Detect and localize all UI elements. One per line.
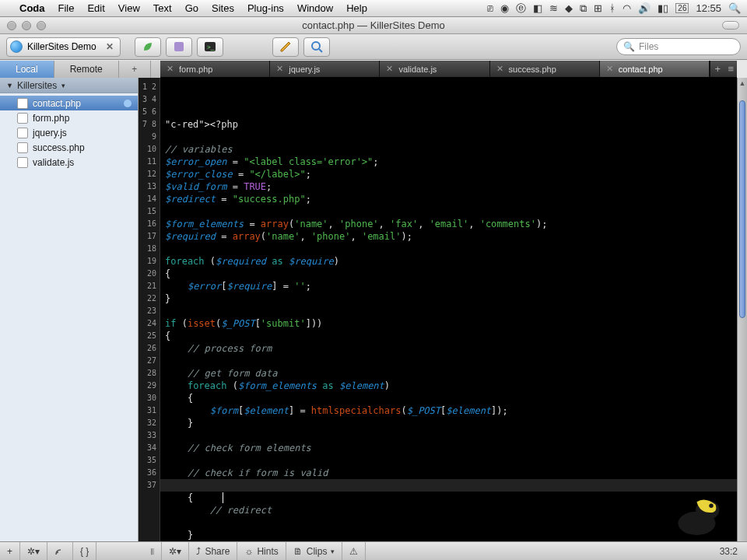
toolbar-toggle-button[interactable] xyxy=(722,21,739,30)
menu-plugins[interactable]: Plug-ins xyxy=(247,2,284,14)
add-button[interactable]: + xyxy=(0,542,20,561)
menu-go[interactable]: Go xyxy=(185,2,198,14)
scroll-up-icon[interactable]: ▲ xyxy=(738,78,747,89)
share-label: Share xyxy=(205,546,230,557)
mode-terminal-button[interactable]: >_ xyxy=(197,37,223,57)
status-bar: + ✲▾ { } ⫴ ✲▾ ⤴Share ☼Hints 🗎Clips▾ ⚠ 33… xyxy=(0,541,747,560)
menu-file[interactable]: File xyxy=(58,2,75,14)
clips-label: Clips xyxy=(307,546,328,557)
sidebar-root[interactable]: ▼ Killersites ▾ xyxy=(0,78,138,93)
symbol-button[interactable]: { } xyxy=(73,542,96,561)
macos-menubar: Coda File Edit View Text Go Sites Plug-i… xyxy=(0,0,747,17)
clock[interactable]: 12:55 xyxy=(696,2,721,14)
clips-button[interactable]: 🗎Clips▾ xyxy=(286,542,343,561)
menubar-status-area: ⎚ ◉ ⓔ ◧ ≋ ◆ ⧉ ⊞ ᚼ ◠ 🔊 ▮▯ 26 12:55 🔍 xyxy=(487,2,741,16)
status-icon[interactable]: ◆ xyxy=(565,2,573,14)
menu-edit[interactable]: Edit xyxy=(87,2,104,14)
menu-window[interactable]: Window xyxy=(297,2,333,14)
status-icon[interactable]: ⊞ xyxy=(594,2,602,14)
calendar-icon[interactable]: 26 xyxy=(675,3,689,13)
hints-icon: ☼ xyxy=(244,546,253,557)
dropdown-icon[interactable]: ▾ xyxy=(61,82,65,89)
magnifier-icon xyxy=(310,40,324,54)
status-icon[interactable]: ◉ xyxy=(500,2,509,14)
leaf-icon xyxy=(141,40,155,54)
svg-point-3 xyxy=(312,42,320,50)
share-button[interactable]: ⤴Share xyxy=(189,542,237,561)
cursor-position: 33:2 xyxy=(710,546,747,557)
code-editor[interactable]: 1 2 3 4 5 6 7 8 9 10 11 12 13 14 15 16 1… xyxy=(139,78,747,541)
file-icon xyxy=(17,98,28,109)
file-icon xyxy=(17,128,28,138)
vertical-scrollbar[interactable]: ▲ xyxy=(737,78,747,541)
text-cursor xyxy=(223,492,223,503)
file-item[interactable]: validate.js xyxy=(0,155,138,170)
window-titlebar: contact.php — KillerSites Demo xyxy=(0,17,747,34)
status-icon[interactable]: ◧ xyxy=(533,2,542,14)
svg-rect-0 xyxy=(174,42,184,51)
status-icon[interactable]: ≋ xyxy=(549,2,558,14)
edit-button[interactable] xyxy=(272,37,299,57)
menu-sites[interactable]: Sites xyxy=(212,2,234,14)
line-gutter: 1 2 3 4 5 6 7 8 9 10 11 12 13 14 15 16 1… xyxy=(139,78,160,541)
file-icon xyxy=(17,142,28,153)
file-item[interactable]: form.php xyxy=(0,110,138,125)
menu-text[interactable]: Text xyxy=(153,2,172,14)
scrollbar-thumb[interactable] xyxy=(739,100,745,318)
preview-button[interactable] xyxy=(303,37,330,57)
search-placeholder: Files xyxy=(639,41,658,52)
volume-icon[interactable]: 🔊 xyxy=(638,2,651,14)
clips-icon: 🗎 xyxy=(293,546,303,557)
palette-icon xyxy=(172,40,186,54)
toolbar: KillerSites Demo ✕ >_ 🔍 Files xyxy=(0,34,747,60)
app-name[interactable]: Coda xyxy=(19,2,45,14)
file-list: contact.phpform.phpjquery.jssuccess.phpv… xyxy=(0,93,138,172)
disclosure-triangle-icon[interactable]: ▼ xyxy=(6,82,13,89)
dropbox-icon[interactable]: ⧉ xyxy=(580,2,587,15)
site-icon xyxy=(10,40,23,53)
rss-icon xyxy=(54,547,65,556)
publish-button[interactable] xyxy=(47,542,73,561)
mode-css-button[interactable] xyxy=(166,37,192,57)
status-icon[interactable]: ⎚ xyxy=(487,2,493,14)
warnings-button[interactable]: ⚠ xyxy=(342,542,366,561)
battery-icon[interactable]: ▮▯ xyxy=(658,2,668,14)
share-icon: ⤴ xyxy=(196,546,201,557)
search-icon: 🔍 xyxy=(623,41,635,52)
window-title: contact.php — KillerSites Demo xyxy=(0,19,747,31)
mode-editor-button[interactable] xyxy=(135,37,161,57)
terminal-icon: >_ xyxy=(203,40,217,54)
file-item[interactable]: success.php xyxy=(0,140,138,155)
file-icon xyxy=(17,113,28,124)
bluetooth-icon[interactable]: ᚼ xyxy=(609,2,615,14)
status-icon[interactable]: ⓔ xyxy=(516,2,526,16)
file-item[interactable]: contact.php xyxy=(0,96,138,110)
site-close-icon[interactable]: ✕ xyxy=(106,41,114,52)
options-button[interactable]: ✲▾ xyxy=(162,542,189,561)
wifi-icon[interactable]: ◠ xyxy=(622,2,631,14)
file-item[interactable]: jquery.js xyxy=(0,125,138,140)
menu-view[interactable]: View xyxy=(118,2,140,14)
code-area[interactable]: "c-red"><?php // variables$error_open = … xyxy=(160,78,737,541)
search-input[interactable]: 🔍 Files xyxy=(616,38,741,55)
file-sidebar: ▼ Killersites ▾ contact.phpform.phpjquer… xyxy=(0,78,139,541)
site-name: KillerSites Demo xyxy=(27,41,96,52)
svg-text:>_: >_ xyxy=(207,44,215,51)
file-icon xyxy=(17,157,28,168)
svg-point-7 xyxy=(709,503,714,508)
svg-line-4 xyxy=(319,49,322,52)
warning-icon: ⚠ xyxy=(349,546,358,557)
hints-button[interactable]: ☼Hints xyxy=(237,542,286,561)
pencil-icon xyxy=(279,40,293,54)
root-label: Killersites xyxy=(17,80,57,91)
action-menu-button[interactable]: ✲▾ xyxy=(20,542,47,561)
spotlight-icon[interactable]: 🔍 xyxy=(728,2,741,14)
hints-label: Hints xyxy=(257,546,278,557)
site-back-button[interactable]: KillerSites Demo ✕ xyxy=(6,37,121,57)
coda-frog-logo xyxy=(667,494,721,537)
menu-help[interactable]: Help xyxy=(346,2,367,14)
split-button[interactable]: ⫴ xyxy=(143,542,162,561)
dirty-indicator-icon xyxy=(124,100,132,107)
